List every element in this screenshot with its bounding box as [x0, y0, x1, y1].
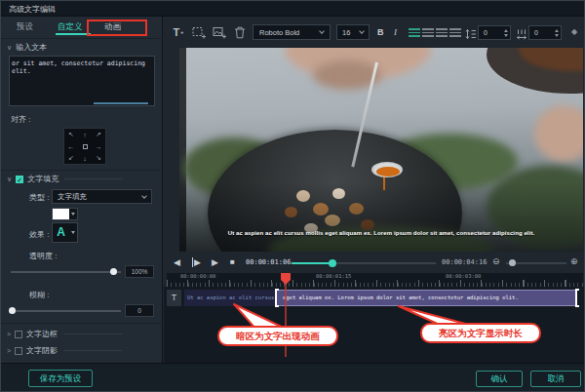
- save-preset-button[interactable]: 保存为预设: [28, 370, 93, 387]
- confirm-button[interactable]: 确认: [476, 371, 523, 387]
- effect-control[interactable]: A: [52, 222, 78, 243]
- align-grid: ↖ ↑ ↗ ← → ↙ ↓ ↘: [63, 128, 106, 165]
- clip-handle-left[interactable]: [275, 289, 279, 307]
- blur-label: 模糊 :: [29, 290, 49, 300]
- progress-dot[interactable]: [329, 259, 336, 267]
- cancel-button[interactable]: 取消: [530, 371, 581, 387]
- keyframe-icon[interactable]: ◆: [571, 27, 577, 36]
- window-title: 高级文字编辑: [9, 4, 56, 15]
- current-time: 00:00:01:06: [246, 258, 291, 266]
- ruler-label-0: 00:00:00:00: [180, 273, 215, 279]
- align-justify-button[interactable]: [449, 28, 461, 37]
- step-back-button[interactable]: ◀: [174, 257, 180, 267]
- total-time: 00:00:04:16: [442, 258, 487, 266]
- italic-button[interactable]: I: [394, 27, 397, 37]
- align-bottom-right[interactable]: ↘: [96, 154, 101, 162]
- font-size-dropdown[interactable]: 16: [336, 24, 370, 40]
- progress-track[interactable]: [292, 262, 436, 264]
- preview-caption[interactable]: Ut ac aspien ac elit cursus mollis eget …: [187, 230, 574, 236]
- stop-button[interactable]: ■: [230, 257, 235, 267]
- timeline-zoom-dot[interactable]: [509, 259, 516, 266]
- spinner-arrows-icon[interactable]: [502, 29, 510, 37]
- type-dropdown[interactable]: 文字填充: [52, 189, 152, 204]
- add-text-icon[interactable]: T+: [171, 24, 186, 40]
- line-spacing-icon: [465, 26, 477, 38]
- tab-highlight-box: [87, 20, 147, 36]
- align-center-button[interactable]: [422, 28, 434, 37]
- advanced-text-editor-window: 高级文字编辑 预设 自定义 动画 ∨ 输入文本 or sit amet, con…: [0, 0, 585, 392]
- shadow-checkbox[interactable]: [15, 347, 22, 355]
- clip-handle-right[interactable]: [575, 289, 579, 307]
- align-right[interactable]: →: [96, 143, 102, 150]
- align-top[interactable]: ↑: [83, 132, 87, 138]
- input-section-header[interactable]: ∨ 输入文本: [7, 42, 47, 53]
- chevron-down-icon: [359, 28, 365, 34]
- opacity-value[interactable]: 100%: [125, 265, 154, 278]
- type-dropdown-value: 文字填充: [58, 192, 87, 202]
- bold-button[interactable]: B: [377, 27, 384, 37]
- chevron-down-icon: [319, 28, 325, 34]
- align-center-cell[interactable]: [83, 144, 88, 149]
- align-bottom-left[interactable]: ↙: [68, 154, 74, 162]
- shadow-section-header[interactable]: > 文字阴影: [7, 345, 122, 356]
- delete-icon[interactable]: [232, 24, 248, 40]
- font-dropdown[interactable]: Roboto Bold: [253, 24, 331, 40]
- type-label: 类型 :: [29, 192, 49, 203]
- add-image-icon[interactable]: [212, 24, 227, 40]
- align-top-right[interactable]: ↗: [96, 131, 101, 138]
- opacity-label: 透明度 :: [29, 251, 57, 261]
- spinner-arrows-icon[interactable]: [553, 29, 561, 37]
- clip-intro-segment[interactable]: Ut ac aspien ac elit cursus molli: [184, 290, 277, 306]
- opacity-dot[interactable]: [110, 268, 117, 275]
- add-textbox-icon[interactable]: [191, 24, 207, 40]
- timeline-ruler[interactable]: 00:00:00:00 00:00:01:15 00:00:03:00: [167, 273, 583, 287]
- tabs-divider: [1, 38, 163, 39]
- fill-color-swatch[interactable]: [53, 209, 69, 219]
- text-input-scrollbar[interactable]: [94, 102, 148, 104]
- tab-custom[interactable]: 自定义: [58, 21, 83, 33]
- fill-section-header[interactable]: ∨ ✓ 文字填充: [7, 174, 123, 184]
- line-spacing-value: 0: [479, 29, 502, 36]
- footer-bar: 保存为预设 确认 取消: [1, 363, 585, 392]
- align-left-button[interactable]: [409, 28, 420, 37]
- sections-divider: [1, 323, 163, 324]
- ruler-label-2: 00:00:03:00: [446, 273, 481, 279]
- line-spacing-spinner[interactable]: 0: [478, 25, 511, 40]
- video-preview: Ut ac aspien ac elit cursus mollis eget …: [179, 48, 583, 252]
- letter-spacing-icon: [516, 26, 527, 38]
- chevron-down-icon: [141, 193, 147, 199]
- blur-dot[interactable]: [9, 307, 16, 314]
- blur-value[interactable]: 0: [125, 304, 154, 317]
- collapse-icon: ∨: [7, 44, 12, 52]
- color-dropdown-arrow-icon[interactable]: [69, 209, 77, 219]
- input-section-label: 输入文本: [16, 42, 47, 53]
- scene-hand-far: [534, 105, 583, 162]
- annotation-dark-zone: 暗区为文字出现动画: [217, 326, 338, 346]
- timeline-zoom-out-icon[interactable]: ⊖: [492, 256, 500, 266]
- tab-preset[interactable]: 预设: [17, 21, 33, 33]
- tab-custom-underline: [56, 33, 91, 35]
- border-section-header[interactable]: > 文字边框: [7, 329, 122, 339]
- effect-dropdown-arrow-icon[interactable]: [69, 223, 77, 242]
- clip-body-segment[interactable]: eget aliquam ex. Lorem ipsum dolor sit a…: [277, 290, 577, 306]
- progress-fill: [292, 262, 331, 264]
- step-forward-button[interactable]: ▶: [192, 257, 201, 267]
- shadow-section-label: 文字阴影: [26, 345, 58, 356]
- letter-spacing-spinner[interactable]: 0: [528, 25, 562, 40]
- text-input[interactable]: or sit amet, consectetur adipiscing elit…: [9, 56, 155, 106]
- play-button[interactable]: ▶: [212, 257, 218, 267]
- timeline-zoom-in-icon[interactable]: ⊕: [570, 256, 578, 266]
- fill-color-control[interactable]: [52, 208, 78, 220]
- collapse-icon: >: [7, 331, 11, 337]
- align-right-button[interactable]: [436, 28, 448, 37]
- blur-track[interactable]: [11, 310, 121, 312]
- effect-label: 效果 :: [29, 229, 49, 240]
- opacity-track[interactable]: [11, 271, 121, 273]
- align-bottom[interactable]: ↓: [83, 155, 87, 162]
- align-label: 对齐 :: [11, 114, 30, 125]
- fill-checkbox[interactable]: ✓: [16, 176, 23, 183]
- effect-letter: A: [53, 223, 69, 242]
- align-top-left[interactable]: ↖: [68, 131, 74, 138]
- border-checkbox[interactable]: [15, 331, 22, 338]
- align-left[interactable]: ←: [68, 143, 75, 150]
